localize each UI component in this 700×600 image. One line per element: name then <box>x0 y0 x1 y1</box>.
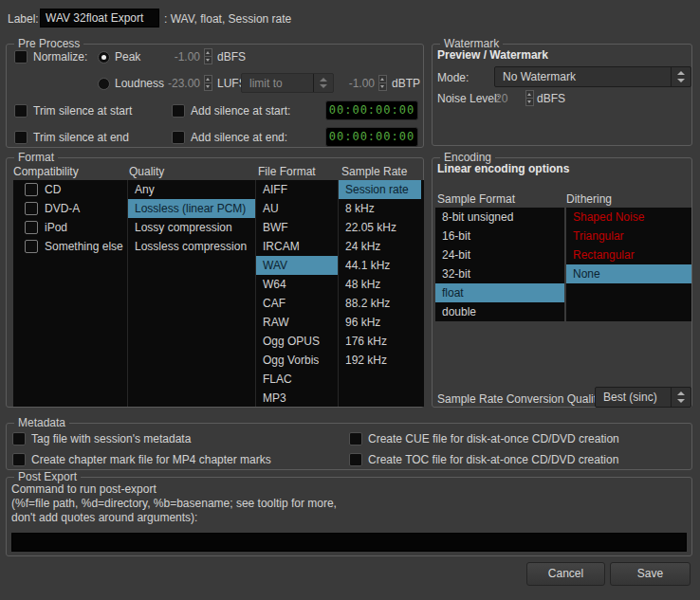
sample-rate-option[interactable]: 96 kHz <box>339 313 421 332</box>
dithering-option[interactable]: Rectangular <box>566 245 691 264</box>
sample-format-option[interactable]: float <box>435 283 564 302</box>
cancel-button[interactable]: Cancel <box>526 562 605 586</box>
peak-unit-label: dBFS <box>217 50 246 64</box>
sample-rate-option[interactable]: 176 kHz <box>339 332 421 351</box>
file-format-option[interactable]: AU <box>256 199 338 218</box>
quality-option[interactable]: Any <box>128 180 255 199</box>
dropdown-arrows-icon <box>671 67 691 86</box>
compatibility-option[interactable]: Something else <box>13 237 127 256</box>
file-format-option[interactable]: IRCAM <box>256 237 338 256</box>
tag-file-checkbox[interactable] <box>12 432 26 445</box>
cue-file-checkbox[interactable] <box>349 432 362 445</box>
sample-format-option-label: 8-bit unsigned <box>442 208 513 227</box>
file-format-option[interactable]: W64 <box>256 275 338 294</box>
src-quality-select[interactable]: Best (sinc) <box>595 387 691 408</box>
compatibility-option[interactable]: DVD-A <box>13 199 127 218</box>
quality-header: Quality <box>129 165 164 178</box>
trim-silence-start-checkbox[interactable] <box>14 104 28 118</box>
chapter-mark-checkbox[interactable] <box>12 453 26 466</box>
file-format-option[interactable]: Ogg Vorbis <box>256 351 338 370</box>
sample-rate-option[interactable]: 88.2 kHz <box>339 294 421 313</box>
checkbox[interactable] <box>25 221 38 234</box>
dithering-header: Dithering <box>566 192 612 206</box>
quality-option-label: Lossy compression <box>135 218 232 237</box>
sample-rate-option[interactable]: 48 kHz <box>339 275 421 294</box>
dithering-option[interactable]: Shaped Noise <box>566 208 691 227</box>
quality-option[interactable]: Lossless compression <box>128 237 255 256</box>
spin-down-icon[interactable] <box>204 56 212 64</box>
format-label-input[interactable] <box>40 9 159 27</box>
checkbox[interactable] <box>25 202 38 215</box>
spin-down-icon[interactable] <box>378 82 387 91</box>
file-format-option[interactable]: FLAC <box>256 370 338 389</box>
peak-value[interactable]: -1.00 <box>157 50 200 64</box>
file-format-option[interactable]: AIFF <box>256 180 338 199</box>
compatibility-option[interactable]: CD <box>13 180 127 199</box>
sample-format-option[interactable]: 16-bit <box>435 227 564 245</box>
loudness-value[interactable]: -23.00 <box>157 77 200 90</box>
loudness-spinner[interactable] <box>204 75 212 92</box>
add-silence-start-checkbox[interactable] <box>172 104 185 118</box>
quality-option[interactable]: Lossy compression <box>128 218 255 237</box>
sample-format-option[interactable]: 24-bit <box>435 245 564 264</box>
dithering-option[interactable]: None <box>566 264 691 283</box>
file-format-option[interactable]: RAW <box>256 313 338 332</box>
normalize-checkbox[interactable] <box>14 50 28 64</box>
sample-rate-option[interactable]: Session rate <box>339 180 421 199</box>
sample-rate-option[interactable]: 44.1 kHz <box>339 256 421 275</box>
sample-rate-list: Session rate8 kHz22.05 kHz24 kHz44.1 kHz… <box>338 180 421 407</box>
sample-rate-option[interactable]: 8 kHz <box>339 199 421 218</box>
sample-rate-option-label: 44.1 kHz <box>345 256 390 275</box>
spin-down-icon[interactable] <box>204 82 212 91</box>
selected-value: Best (sinc) <box>596 391 671 404</box>
sample-format-option[interactable]: 32-bit <box>435 264 564 283</box>
sample-format-option-label: double <box>442 302 476 321</box>
file-format-option-label: FLAC <box>263 370 292 389</box>
checkbox[interactable] <box>25 240 38 253</box>
post-export-line3: don't add quotes around arguments): <box>11 511 197 524</box>
post-export-group: Post Export Command to run post-export (… <box>6 477 692 556</box>
file-format-option[interactable]: WAV <box>256 256 338 275</box>
export-format-dialog: Label: : WAV, float, Session rate Pre Pr… <box>0 0 700 600</box>
sample-rate-option-label: 176 kHz <box>345 332 387 351</box>
limit-to-select[interactable]: limit to <box>241 73 334 93</box>
sample-rate-option[interactable]: 22.05 kHz <box>339 218 421 237</box>
true-peak-spinner[interactable] <box>378 75 387 92</box>
add-silence-end-checkbox[interactable] <box>172 131 185 144</box>
checkbox[interactable] <box>25 183 38 196</box>
peak-spinner[interactable] <box>204 48 212 65</box>
sample-rate-option-label: 88.2 kHz <box>345 294 390 313</box>
sample-rate-option[interactable]: 192 kHz <box>339 351 421 370</box>
sample-format-option[interactable]: 8-bit unsigned <box>435 208 564 227</box>
sample-rate-option-label: 24 kHz <box>345 237 380 256</box>
noise-level-spinner[interactable] <box>525 90 534 107</box>
sample-rate-option[interactable]: 24 kHz <box>339 237 421 256</box>
trim-silence-end-checkbox[interactable] <box>14 131 28 144</box>
post-export-command-input[interactable] <box>11 533 687 552</box>
spin-down-icon[interactable] <box>525 98 534 106</box>
dithering-option-label: Triangular <box>573 227 624 245</box>
watermark-mode-select[interactable]: No Watermark <box>494 66 691 87</box>
noise-level-value[interactable]: -20 <box>491 92 507 105</box>
sample-format-option[interactable]: double <box>435 302 564 321</box>
file-format-option[interactable]: CAF <box>256 294 338 313</box>
compatibility-list: CDDVD-AiPodSomething else <box>13 180 127 407</box>
add-silence-start-time[interactable]: 00:00:00:00 <box>325 100 418 120</box>
dropdown-arrows-icon <box>313 74 333 92</box>
loudness-radio[interactable] <box>98 78 110 90</box>
metadata-title: Metadata <box>14 416 69 429</box>
compatibility-option[interactable]: iPod <box>13 218 127 237</box>
watermark-mode-label: Mode: <box>437 71 469 84</box>
sample-rate-header: Sample Rate <box>341 165 407 178</box>
file-format-option[interactable]: Ogg OPUS <box>256 332 338 351</box>
true-peak-value[interactable]: -1.00 <box>339 77 375 90</box>
toc-file-checkbox[interactable] <box>349 453 362 466</box>
dithering-option[interactable]: Triangular <box>566 227 691 245</box>
quality-option[interactable]: Lossless (linear PCM) <box>128 199 255 218</box>
peak-radio[interactable] <box>98 51 110 64</box>
file-format-option[interactable]: MP3 <box>256 389 338 407</box>
add-silence-end-time[interactable]: 00:00:00:00 <box>325 127 418 147</box>
file-format-option[interactable]: BWF <box>256 218 338 237</box>
save-button[interactable]: Save <box>610 562 691 586</box>
trim-silence-end-label: Trim silence at end <box>33 131 129 144</box>
